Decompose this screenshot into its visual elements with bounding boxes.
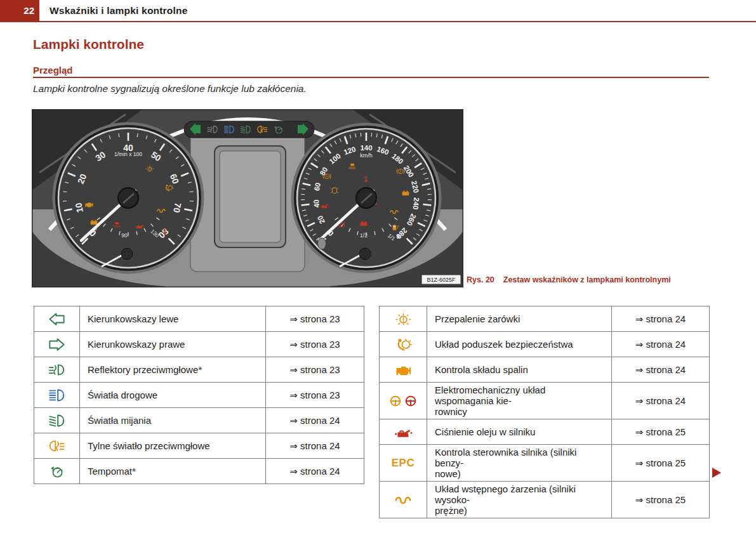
page-reference: ⇒ strona 23 [266, 332, 364, 357]
table-row: Kierunkowskazy lewe ⇒ strona 23 [34, 306, 364, 332]
table-row: Kierunkowskazy prawe ⇒ strona 23 [34, 332, 364, 357]
table-row: Światła drogowe ⇒ strona 23 [34, 383, 364, 408]
rear-fog-icon [48, 439, 65, 453]
page-reference: ⇒ strona 24 [266, 408, 364, 433]
front-fog-icon [48, 363, 65, 377]
cruise-control-icon [49, 464, 65, 478]
table-row: Tempomat* ⇒ strona 24 [34, 459, 364, 484]
page-reference: ⇒ strona 24 [612, 357, 710, 383]
figure-caption: Rys. 20Zestaw wskaźników z lampkami kont… [467, 275, 746, 284]
warning-lights-table-left: Kierunkowskazy lewe ⇒ strona 23 Kierunko… [34, 306, 364, 484]
warning-light-label: Kontrola składu spalin [427, 357, 612, 383]
warning-light-label: Kierunkowskazy lewe [80, 306, 266, 332]
engine-check-icon [394, 363, 412, 377]
tachometer-gauge: 1/min x 100 01020304050607080 50 90 130 [54, 124, 202, 272]
page-reference: ⇒ strona 23 [266, 357, 364, 383]
page-reference: ⇒ strona 23 [266, 383, 364, 408]
chapter-title: Wskaźniki i lampki kontrolne [50, 5, 187, 16]
warning-light-label: Przepalenie żarówki [427, 306, 612, 332]
page-reference: ⇒ strona 24 [612, 383, 710, 419]
warning-light-label: Kierunkowskazy prawe [80, 332, 266, 357]
warning-light-label: Reflektory przeciwmgłowe* [80, 357, 266, 383]
warning-light-label: Układ wstępnego żarzenia (silniki wysoko… [427, 482, 612, 518]
warning-light-label: Tempomat* [80, 459, 266, 484]
oil-pressure-icon [394, 425, 413, 439]
warning-light-label: Układ poduszek bezpieczeństwa [427, 332, 612, 357]
epc-icon: EPC [392, 457, 414, 469]
page-reference: ⇒ strona 23 [266, 306, 364, 332]
page-reference: ⇒ strona 24 [612, 306, 710, 332]
svg-text:40: 40 [312, 199, 321, 208]
warning-light-label: Światła drogowe [80, 383, 266, 408]
table-row: Układ poduszek bezpieczeństwa ⇒ strona 2… [380, 332, 710, 357]
table-row: Elektromechaniczny układ wspomagania kie… [380, 383, 710, 419]
high-beam-icon [48, 388, 65, 402]
table-row: Światła mijania ⇒ strona 24 [34, 408, 364, 433]
temp-scale-label: 90 [121, 232, 128, 239]
image-code-plate: B1Z-6025F [421, 275, 461, 284]
indicator-strip [184, 121, 314, 138]
instrument-cluster-figure: 1/min x 100 01020304050607080 50 90 130 … [32, 109, 463, 287]
warning-light-label: Tylne światło przeciwmgłowe [80, 433, 266, 459]
lead-paragraph: Lampki kontrolne sygnalizują określone f… [33, 83, 307, 95]
warning-lights-table-right: Przepalenie żarówki ⇒ strona 24 Układ po… [379, 306, 710, 518]
figure-caption-text: Zestaw wskaźników z lampkami kontrolnymi [503, 275, 671, 284]
page-number: 22 [0, 0, 39, 21]
glow-plug-icon [394, 493, 412, 507]
turn-left-icon [48, 313, 65, 326]
next-page-marker [712, 468, 721, 478]
svg-text:70: 70 [171, 202, 183, 214]
svg-text:10: 10 [73, 202, 85, 214]
image-code: B1Z-6025F [427, 277, 456, 283]
warning-light-label: Kontrola sterownika silnika (silniki ben… [427, 445, 612, 482]
subsection-rule [33, 77, 709, 78]
power-steering-red-icon [403, 395, 418, 407]
speed-unit-label: km/h [360, 152, 373, 159]
svg-text:240: 240 [411, 197, 420, 210]
warning-light-label: Ciśnienie oleju w silniku [427, 419, 612, 445]
page-reference: ⇒ strona 24 [266, 433, 364, 459]
page-title: Lampki kontrolne [33, 37, 144, 52]
reset-knob [318, 238, 326, 249]
multifunction-display [215, 146, 286, 247]
svg-text:40: 40 [123, 143, 133, 153]
table-row: Kontrola składu spalin ⇒ strona 24 [380, 357, 710, 383]
page-reference: ⇒ strona 25 [612, 482, 710, 518]
subsection-title: Przegląd [33, 65, 73, 76]
bulb-failure-icon [395, 312, 412, 326]
svg-text:140: 140 [360, 144, 372, 152]
table-row: Tylne światło przeciwmgłowe ⇒ strona 24 [34, 433, 364, 459]
warning-light-label: Światła mijania [80, 408, 266, 433]
header-rule [0, 21, 756, 22]
speedometer-gauge: km/h 02040608010012014016018020022024026… [293, 124, 440, 272]
fuel-scale-label: 1/2 [360, 232, 368, 239]
airbag-icon [395, 338, 412, 352]
turn-right-icon [48, 338, 65, 351]
table-row: Ciśnienie oleju w silniku ⇒ strona 25 [380, 419, 710, 445]
table-row: Reflektory przeciwmgłowe* ⇒ strona 23 [34, 357, 364, 383]
page-reference: ⇒ strona 25 [612, 445, 710, 482]
table-row: Układ wstępnego żarzenia (silniki wysoko… [380, 482, 710, 518]
page-reference: ⇒ strona 24 [612, 332, 710, 357]
warning-light-label: Elektromechaniczny układ wspomagania kie… [427, 383, 612, 419]
figure-caption-label: Rys. 20 [467, 275, 494, 284]
power-steering-orange-icon [388, 395, 403, 407]
table-row: Przepalenie żarówki ⇒ strona 24 [380, 306, 710, 332]
low-beam-icon [48, 414, 65, 428]
page-reference: ⇒ strona 25 [612, 419, 710, 445]
table-row: EPC Kontrola sterownika silnika (silniki… [380, 445, 710, 482]
page-reference: ⇒ strona 24 [266, 459, 364, 484]
